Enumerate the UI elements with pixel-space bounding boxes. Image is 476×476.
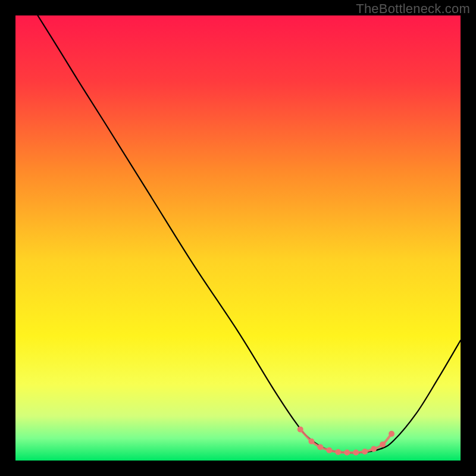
valley-dot (317, 444, 323, 450)
valley-dot (298, 427, 303, 433)
valley-dot (380, 441, 386, 447)
gradient-background (15, 15, 461, 461)
chart-frame: TheBottleneck.com (0, 0, 476, 476)
valley-dot (335, 449, 341, 455)
watermark-text: TheBottleneck.com (356, 1, 470, 17)
valley-dot (362, 449, 368, 455)
chart-svg (15, 15, 461, 461)
valley-dot (308, 439, 314, 444)
valley-dot (326, 447, 332, 453)
valley-dot (371, 446, 377, 452)
valley-dot (353, 450, 359, 456)
valley-dot (344, 450, 350, 456)
plot-area (15, 15, 461, 461)
valley-dot (389, 431, 394, 437)
